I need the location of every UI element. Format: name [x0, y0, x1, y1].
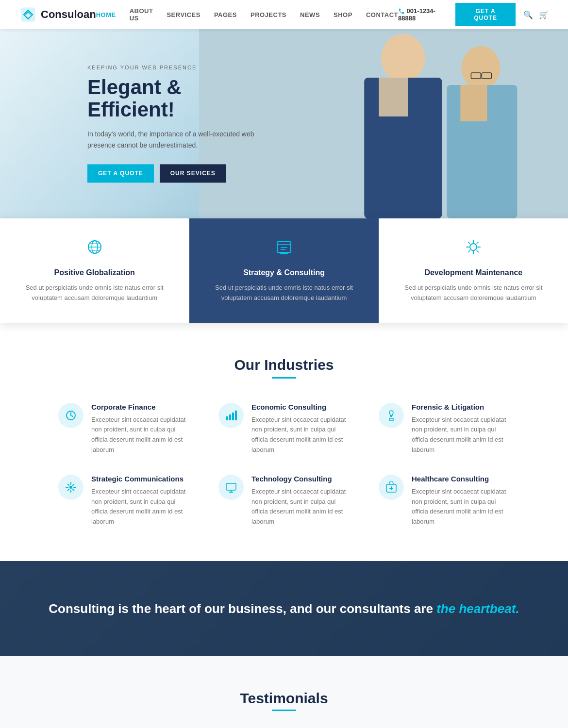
hero-quote-button[interactable]: GET A QUOTE: [87, 165, 154, 183]
corporate-finance-icon: [58, 403, 84, 428]
hero-section: KEEPING YOUR WEB PRESENCE Elegant & Effi…: [0, 29, 568, 218]
nav-pages[interactable]: PAGES: [214, 11, 237, 18]
svg-rect-28: [390, 415, 392, 417]
industry-content-1: Economic Consulting Excepteur sint occae…: [251, 403, 350, 455]
testimonials-underline: [272, 710, 296, 711]
industry-desc-1: Excepteur sint occaecat cupidatat non pr…: [251, 415, 350, 455]
nav-shop[interactable]: SHOP: [334, 11, 352, 18]
industries-grid: Corporate Finance Excepteur sint occaeca…: [58, 403, 510, 527]
industry-title-2: Forensic & Litigation: [412, 403, 510, 411]
nav-services[interactable]: SERVICES: [167, 11, 200, 18]
feature-desc-0: Sed ut perspiciatis unde omnis iste natu…: [15, 283, 174, 303]
industry-desc-2: Excepteur sint occaecat cupidatat non pr…: [412, 415, 510, 455]
feature-desc-2: Sed ut perspiciatis unde omnis iste natu…: [394, 283, 553, 303]
technology-icon: [218, 475, 244, 500]
hero-content: KEEPING YOUR WEB PRESENCE Elegant & Effi…: [87, 65, 272, 182]
header-right: 001-1234-88888 GET A QUOTE 🔍 🛒: [398, 3, 549, 26]
feature-title-0: Positive Globalization: [15, 268, 174, 277]
feature-globalization: Positive Globalization Sed ut perspiciat…: [0, 218, 189, 323]
search-icon[interactable]: 🔍: [523, 10, 533, 19]
svg-rect-26: [232, 413, 234, 420]
industry-corporate-finance: Corporate Finance Excepteur sint occaeca…: [58, 403, 189, 455]
nav-home[interactable]: HOME: [96, 11, 116, 18]
industry-desc-4: Excepteur sint occaecat cupidatat non pr…: [251, 487, 350, 527]
industry-content-3: Strategic Communications Excepteur sint …: [91, 475, 189, 527]
testimonials-section: Testimonials " "My experience with Consu…: [0, 656, 568, 728]
industry-title-5: Healthcare Consulting: [412, 475, 510, 483]
industry-content-0: Corporate Finance Excepteur sint occaeca…: [91, 403, 189, 455]
site-header: Consuloan HOME ABOUT US SERVICES PAGES P…: [0, 0, 568, 29]
cta-highlight: the heartbeat.: [436, 601, 519, 616]
svg-point-2: [381, 34, 425, 83]
hero-eyebrow: KEEPING YOUR WEB PRESENCE: [87, 65, 272, 70]
testimonials-title: Testimonials: [58, 690, 510, 707]
maintenance-icon: [394, 238, 553, 261]
hero-title: Elegant & Efficient!: [87, 76, 272, 121]
industry-desc-3: Excepteur sint occaecat cupidatat non pr…: [91, 487, 189, 527]
svg-rect-4: [379, 78, 408, 116]
feature-strategy: Strategy & Consulting Sed ut perspiciati…: [189, 218, 379, 323]
feature-maintenance: Development Maintenance Sed ut perspicia…: [379, 218, 568, 323]
hero-services-button[interactable]: OUR SEVICES: [160, 165, 226, 183]
feature-desc-1: Sed ut perspiciatis unde omnis iste natu…: [204, 283, 364, 303]
nav-projects[interactable]: PROJECTS: [251, 11, 286, 18]
strategic-icon: [58, 475, 84, 500]
industry-technology: Technology Consulting Excepteur sint occ…: [218, 475, 350, 527]
cta-banner: Consulting is the heart of our business,…: [0, 561, 568, 656]
svg-point-22: [470, 244, 477, 250]
section-underline: [272, 377, 296, 379]
feature-title-1: Strategy & Consulting: [204, 268, 364, 277]
header-icons: 🔍 🛒: [523, 10, 549, 19]
industry-title-4: Technology Consulting: [251, 475, 350, 483]
svg-rect-24: [226, 416, 228, 420]
industry-strategic: Strategic Communications Excepteur sint …: [58, 475, 189, 527]
industry-healthcare: Healthcare Consulting Excepteur sint occ…: [379, 475, 510, 527]
hero-buttons: GET A QUOTE OUR SEVICES: [87, 165, 272, 183]
industry-forensic: Forensic & Litigation Excepteur sint occ…: [379, 403, 510, 455]
cart-icon[interactable]: 🛒: [539, 10, 549, 19]
industry-content-5: Healthcare Consulting Excepteur sint occ…: [412, 475, 510, 527]
svg-rect-7: [460, 85, 487, 121]
feature-title-2: Development Maintenance: [394, 268, 553, 277]
svg-rect-27: [235, 411, 237, 420]
industry-desc-5: Excepteur sint occaecat cupidatat non pr…: [412, 487, 510, 527]
svg-rect-16: [277, 242, 291, 252]
get-quote-button[interactable]: GET A QUOTE: [455, 3, 516, 26]
industry-desc-0: Excepteur sint occaecat cupidatat non pr…: [91, 415, 189, 455]
phone-number: 001-1234-88888: [398, 7, 448, 22]
nav-contact[interactable]: CONTACT: [366, 11, 398, 18]
main-nav: HOME ABOUT US SERVICES PAGES PROJECTS NE…: [96, 7, 398, 22]
industry-title-0: Corporate Finance: [91, 403, 189, 411]
svg-rect-30: [226, 483, 236, 490]
logo[interactable]: Consuloan: [19, 6, 96, 23]
svg-point-29: [69, 486, 72, 489]
industries-title: Our Industries: [58, 357, 510, 373]
cta-text: Consulting is the heart of our business,…: [19, 600, 549, 617]
nav-news[interactable]: NEWS: [300, 11, 320, 18]
strategy-icon: [204, 238, 364, 261]
economic-icon: [218, 403, 244, 428]
industry-economic: Economic Consulting Excepteur sint occae…: [218, 403, 350, 455]
hero-description: In today's world, the importance of a we…: [87, 129, 272, 151]
industry-title-1: Economic Consulting: [251, 403, 350, 411]
features-bar: Positive Globalization Sed ut perspiciat…: [0, 218, 568, 323]
industries-section: Our Industries Corporate Finance Excepte…: [0, 323, 568, 561]
healthcare-icon: [379, 475, 404, 500]
industry-content-4: Technology Consulting Excepteur sint occ…: [251, 475, 350, 527]
industry-title-3: Strategic Communications: [91, 475, 189, 483]
industry-content-2: Forensic & Litigation Excepteur sint occ…: [412, 403, 510, 455]
nav-about[interactable]: ABOUT US: [130, 7, 153, 22]
svg-rect-25: [229, 414, 231, 420]
forensic-icon: [379, 403, 404, 428]
svg-point-5: [461, 46, 500, 90]
globalization-icon: [15, 238, 174, 261]
